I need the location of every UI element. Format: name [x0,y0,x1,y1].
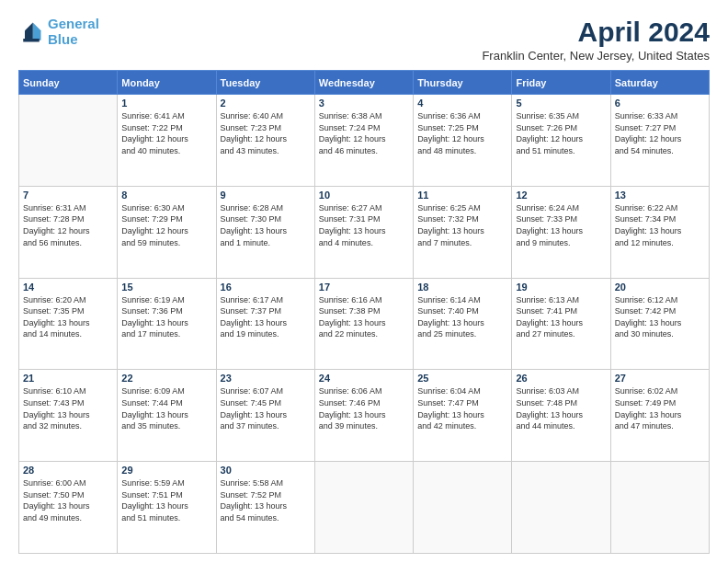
calendar-table: Sunday Monday Tuesday Wednesday Thursday… [18,70,710,554]
table-row [314,462,413,554]
table-row: 8Sunrise: 6:30 AM Sunset: 7:29 PM Daylig… [118,186,216,278]
table-row: 16Sunrise: 6:17 AM Sunset: 7:37 PM Dayli… [216,278,314,370]
day-number: 20 [615,282,705,293]
main-title: April 2024 [482,17,710,47]
day-info: Sunrise: 6:41 AM Sunset: 7:22 PM Dayligh… [121,110,211,156]
day-info: Sunrise: 6:27 AM Sunset: 7:31 PM Dayligh… [319,202,409,248]
title-area: April 2024 Franklin Center, New Jersey, … [482,17,710,63]
day-number: 3 [319,98,409,109]
day-number: 18 [417,282,507,293]
day-info: Sunrise: 6:06 AM Sunset: 7:46 PM Dayligh… [319,385,409,431]
calendar-header-row: Sunday Monday Tuesday Wednesday Thursday… [19,71,710,95]
table-row: 12Sunrise: 6:24 AM Sunset: 7:33 PM Dayli… [512,186,610,278]
day-number: 12 [516,190,606,201]
calendar-week-row: 1Sunrise: 6:41 AM Sunset: 7:22 PM Daylig… [19,95,710,187]
day-number: 10 [319,190,409,201]
col-saturday: Saturday [610,71,709,95]
logo-text: General Blue [48,17,99,47]
day-number: 25 [417,373,507,384]
svg-rect-2 [23,39,40,42]
table-row: 6Sunrise: 6:33 AM Sunset: 7:27 PM Daylig… [610,95,709,187]
day-number: 5 [516,98,606,109]
table-row [610,462,709,554]
table-row: 25Sunrise: 6:04 AM Sunset: 7:47 PM Dayli… [414,370,512,462]
day-info: Sunrise: 6:40 AM Sunset: 7:23 PM Dayligh… [221,110,311,156]
day-info: Sunrise: 6:25 AM Sunset: 7:32 PM Dayligh… [417,202,507,248]
day-number: 19 [516,282,606,293]
day-info: Sunrise: 6:14 AM Sunset: 7:40 PM Dayligh… [417,294,507,340]
table-row: 7Sunrise: 6:31 AM Sunset: 7:28 PM Daylig… [19,186,118,278]
table-row: 19Sunrise: 6:13 AM Sunset: 7:41 PM Dayli… [512,278,610,370]
day-info: Sunrise: 6:36 AM Sunset: 7:25 PM Dayligh… [417,110,507,156]
table-row: 1Sunrise: 6:41 AM Sunset: 7:22 PM Daylig… [118,95,216,187]
day-info: Sunrise: 6:16 AM Sunset: 7:38 PM Dayligh… [319,294,409,340]
day-number: 17 [319,282,409,293]
day-info: Sunrise: 6:22 AM Sunset: 7:34 PM Dayligh… [615,202,705,248]
logo: General Blue [18,17,99,47]
day-number: 21 [23,373,113,384]
day-number: 27 [615,373,705,384]
col-wednesday: Wednesday [314,71,413,95]
day-info: Sunrise: 6:33 AM Sunset: 7:27 PM Dayligh… [615,110,705,156]
table-row: 23Sunrise: 6:07 AM Sunset: 7:45 PM Dayli… [216,370,314,462]
day-number: 30 [221,465,311,476]
calendar-week-row: 14Sunrise: 6:20 AM Sunset: 7:35 PM Dayli… [19,278,710,370]
table-row: 4Sunrise: 6:36 AM Sunset: 7:25 PM Daylig… [414,95,512,187]
day-info: Sunrise: 6:03 AM Sunset: 7:48 PM Dayligh… [516,385,606,431]
table-row: 22Sunrise: 6:09 AM Sunset: 7:44 PM Dayli… [118,370,216,462]
col-tuesday: Tuesday [216,71,314,95]
day-info: Sunrise: 6:12 AM Sunset: 7:42 PM Dayligh… [615,294,705,340]
day-info: Sunrise: 6:30 AM Sunset: 7:29 PM Dayligh… [121,202,211,248]
table-row: 11Sunrise: 6:25 AM Sunset: 7:32 PM Dayli… [414,186,512,278]
day-number: 15 [121,282,211,293]
table-row: 21Sunrise: 6:10 AM Sunset: 7:43 PM Dayli… [19,370,118,462]
day-info: Sunrise: 6:20 AM Sunset: 7:35 PM Dayligh… [23,294,113,340]
table-row: 29Sunrise: 5:59 AM Sunset: 7:51 PM Dayli… [118,462,216,554]
table-row: 26Sunrise: 6:03 AM Sunset: 7:48 PM Dayli… [512,370,610,462]
table-row: 27Sunrise: 6:02 AM Sunset: 7:49 PM Dayli… [610,370,709,462]
day-info: Sunrise: 6:04 AM Sunset: 7:47 PM Dayligh… [417,385,507,431]
page: General Blue April 2024 Franklin Center,… [0,0,728,563]
table-row: 5Sunrise: 6:35 AM Sunset: 7:26 PM Daylig… [512,95,610,187]
day-info: Sunrise: 6:00 AM Sunset: 7:50 PM Dayligh… [23,477,113,523]
day-number: 16 [221,282,311,293]
table-row [414,462,512,554]
table-row: 17Sunrise: 6:16 AM Sunset: 7:38 PM Dayli… [314,278,413,370]
day-number: 28 [23,465,113,476]
table-row: 3Sunrise: 6:38 AM Sunset: 7:24 PM Daylig… [314,95,413,187]
day-info: Sunrise: 6:07 AM Sunset: 7:45 PM Dayligh… [221,385,311,431]
table-row: 10Sunrise: 6:27 AM Sunset: 7:31 PM Dayli… [314,186,413,278]
calendar-week-row: 7Sunrise: 6:31 AM Sunset: 7:28 PM Daylig… [19,186,710,278]
day-info: Sunrise: 6:24 AM Sunset: 7:33 PM Dayligh… [516,202,606,248]
day-number: 24 [319,373,409,384]
header: General Blue April 2024 Franklin Center,… [18,17,710,63]
day-info: Sunrise: 6:02 AM Sunset: 7:49 PM Dayligh… [615,385,705,431]
day-info: Sunrise: 6:31 AM Sunset: 7:28 PM Dayligh… [23,202,113,248]
day-info: Sunrise: 6:17 AM Sunset: 7:37 PM Dayligh… [221,294,311,340]
table-row: 14Sunrise: 6:20 AM Sunset: 7:35 PM Dayli… [19,278,118,370]
day-number: 2 [221,98,311,109]
day-info: Sunrise: 6:13 AM Sunset: 7:41 PM Dayligh… [516,294,606,340]
day-info: Sunrise: 6:38 AM Sunset: 7:24 PM Dayligh… [319,110,409,156]
col-thursday: Thursday [414,71,512,95]
table-row: 2Sunrise: 6:40 AM Sunset: 7:23 PM Daylig… [216,95,314,187]
day-number: 13 [615,190,705,201]
day-number: 11 [417,190,507,201]
day-info: Sunrise: 5:59 AM Sunset: 7:51 PM Dayligh… [121,477,211,523]
table-row: 28Sunrise: 6:00 AM Sunset: 7:50 PM Dayli… [19,462,118,554]
day-info: Sunrise: 6:28 AM Sunset: 7:30 PM Dayligh… [221,202,311,248]
table-row [19,95,118,187]
table-row: 15Sunrise: 6:19 AM Sunset: 7:36 PM Dayli… [118,278,216,370]
table-row: 18Sunrise: 6:14 AM Sunset: 7:40 PM Dayli… [414,278,512,370]
subtitle: Franklin Center, New Jersey, United Stat… [482,49,710,63]
day-number: 29 [121,465,211,476]
day-number: 23 [221,373,311,384]
day-info: Sunrise: 6:19 AM Sunset: 7:36 PM Dayligh… [121,294,211,340]
col-monday: Monday [118,71,216,95]
day-info: Sunrise: 5:58 AM Sunset: 7:52 PM Dayligh… [221,477,311,523]
day-number: 4 [417,98,507,109]
table-row: 20Sunrise: 6:12 AM Sunset: 7:42 PM Dayli… [610,278,709,370]
day-number: 8 [121,190,211,201]
calendar-week-row: 28Sunrise: 6:00 AM Sunset: 7:50 PM Dayli… [19,462,710,554]
svg-marker-1 [25,22,33,40]
